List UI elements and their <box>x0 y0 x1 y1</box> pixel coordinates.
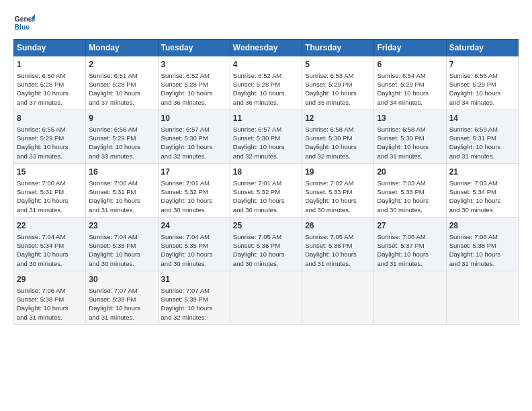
sunset-label: Sunset: 5:30 PM <box>305 134 352 142</box>
sunrise-label: Sunrise: 7:00 AM <box>89 179 137 187</box>
calendar-cell <box>446 271 518 324</box>
calendar-cell: 20 Sunrise: 7:03 AM Sunset: 5:33 PM Dayl… <box>374 163 446 217</box>
sunset-label: Sunset: 5:31 PM <box>449 134 496 142</box>
calendar-cell: 24 Sunrise: 7:04 AM Sunset: 5:35 PM Dayl… <box>158 217 230 271</box>
sunset-label: Sunset: 5:36 PM <box>233 242 280 249</box>
daylight-label: Daylight: 10 hours <box>161 197 213 204</box>
day-number: 1 <box>17 59 83 71</box>
daylight-minutes: and 31 minutes. <box>89 314 134 321</box>
sunset-label: Sunset: 5:28 PM <box>161 81 208 88</box>
daylight-label: Daylight: 10 hours <box>17 250 69 258</box>
calendar-table: SundayMondayTuesdayWednesdayThursdayFrid… <box>13 39 519 325</box>
daylight-minutes: and 34 minutes. <box>377 99 423 106</box>
daylight-minutes: and 30 minutes. <box>17 260 62 267</box>
day-number: 13 <box>377 113 443 124</box>
sunrise-label: Sunrise: 6:55 AM <box>449 72 498 79</box>
calendar-cell: 8 Sunrise: 6:55 AM Sunset: 5:29 PM Dayli… <box>14 109 86 163</box>
sunset-label: Sunset: 5:39 PM <box>89 295 136 303</box>
sunrise-label: Sunrise: 7:04 AM <box>17 233 65 240</box>
daylight-minutes: and 30 minutes. <box>89 260 134 267</box>
daylight-label: Daylight: 10 hours <box>377 250 429 258</box>
calendar-cell: 21 Sunrise: 7:03 AM Sunset: 5:34 PM Dayl… <box>446 163 518 217</box>
calendar-cell: 2 Sunrise: 6:51 AM Sunset: 5:28 PM Dayli… <box>86 56 158 110</box>
sunset-label: Sunset: 5:38 PM <box>449 242 496 249</box>
daylight-label: Daylight: 10 hours <box>161 89 213 97</box>
day-number: 16 <box>89 167 154 178</box>
sunrise-label: Sunrise: 7:04 AM <box>161 233 210 240</box>
sunrise-label: Sunrise: 7:07 AM <box>161 287 210 294</box>
day-number: 25 <box>233 220 299 232</box>
sunrise-label: Sunrise: 7:04 AM <box>89 233 137 240</box>
sunset-label: Sunset: 5:33 PM <box>305 188 352 195</box>
daylight-label: Daylight: 10 hours <box>449 250 501 258</box>
header: General Blue <box>13 12 519 34</box>
calendar-cell: 3 Sunrise: 6:52 AM Sunset: 5:28 PM Dayli… <box>158 56 230 110</box>
daylight-label: Daylight: 10 hours <box>161 250 213 258</box>
sunrise-label: Sunrise: 7:01 AM <box>233 179 281 187</box>
calendar-cell: 26 Sunrise: 7:05 AM Sunset: 5:36 PM Dayl… <box>302 217 374 271</box>
sunrise-label: Sunrise: 6:57 AM <box>233 126 281 133</box>
header-row: SundayMondayTuesdayWednesdayThursdayFrid… <box>14 40 519 56</box>
sunrise-label: Sunrise: 6:50 AM <box>17 72 65 79</box>
daylight-minutes: and 31 minutes. <box>89 206 134 214</box>
daylight-label: Daylight: 10 hours <box>377 89 429 97</box>
daylight-minutes: and 33 minutes. <box>89 152 134 160</box>
day-number: 11 <box>233 113 299 124</box>
day-number: 14 <box>449 113 515 124</box>
daylight-label: Daylight: 10 hours <box>89 89 140 97</box>
sunrise-label: Sunrise: 6:52 AM <box>233 72 281 79</box>
daylight-minutes: and 32 minutes. <box>161 314 207 321</box>
day-number: 12 <box>305 113 371 124</box>
weekday-header: Thursday <box>302 40 374 56</box>
calendar-cell: 23 Sunrise: 7:04 AM Sunset: 5:35 PM Dayl… <box>86 217 158 271</box>
calendar-cell: 11 Sunrise: 6:57 AM Sunset: 5:30 PM Dayl… <box>230 109 302 163</box>
sunrise-label: Sunrise: 7:03 AM <box>449 179 498 187</box>
day-number: 5 <box>305 59 371 71</box>
daylight-minutes: and 31 minutes. <box>449 152 495 160</box>
day-number: 18 <box>233 167 299 178</box>
daylight-minutes: and 31 minutes. <box>377 152 423 160</box>
calendar-cell: 22 Sunrise: 7:04 AM Sunset: 5:34 PM Dayl… <box>14 217 86 271</box>
sunrise-label: Sunrise: 6:52 AM <box>161 72 210 79</box>
sunset-label: Sunset: 5:35 PM <box>89 242 136 249</box>
daylight-minutes: and 30 minutes. <box>161 260 207 267</box>
day-number: 20 <box>377 167 443 178</box>
sunrise-label: Sunrise: 6:51 AM <box>89 72 137 79</box>
sunset-label: Sunset: 5:29 PM <box>89 134 136 142</box>
sunrise-label: Sunrise: 6:59 AM <box>449 126 498 133</box>
calendar-row: 8 Sunrise: 6:55 AM Sunset: 5:29 PM Dayli… <box>14 109 519 163</box>
calendar-cell: 27 Sunrise: 7:06 AM Sunset: 5:37 PM Dayl… <box>374 217 446 271</box>
daylight-label: Daylight: 10 hours <box>233 89 285 97</box>
weekday-header: Saturday <box>446 40 518 56</box>
daylight-label: Daylight: 10 hours <box>89 304 140 312</box>
calendar-cell: 30 Sunrise: 7:07 AM Sunset: 5:39 PM Dayl… <box>86 271 158 324</box>
sunrise-label: Sunrise: 7:05 AM <box>233 233 281 240</box>
calendar-cell: 15 Sunrise: 7:00 AM Sunset: 5:31 PM Dayl… <box>14 163 86 217</box>
sunset-label: Sunset: 5:28 PM <box>17 81 64 88</box>
daylight-label: Daylight: 10 hours <box>233 250 285 258</box>
calendar-cell: 17 Sunrise: 7:01 AM Sunset: 5:32 PM Dayl… <box>158 163 230 217</box>
sunrise-label: Sunrise: 7:06 AM <box>17 287 65 294</box>
day-number: 9 <box>89 113 154 124</box>
sunset-label: Sunset: 5:31 PM <box>89 188 136 195</box>
day-number: 30 <box>89 274 154 285</box>
day-number: 31 <box>161 274 227 285</box>
sunrise-label: Sunrise: 7:02 AM <box>305 179 353 187</box>
sunset-label: Sunset: 5:38 PM <box>17 295 64 303</box>
day-number: 21 <box>449 167 515 178</box>
sunset-label: Sunset: 5:37 PM <box>377 242 424 249</box>
sunset-label: Sunset: 5:34 PM <box>449 188 496 195</box>
sunset-label: Sunset: 5:36 PM <box>305 242 352 249</box>
daylight-label: Daylight: 10 hours <box>89 250 140 258</box>
daylight-minutes: and 35 minutes. <box>305 99 351 106</box>
daylight-minutes: and 30 minutes. <box>233 206 279 214</box>
sunrise-label: Sunrise: 6:56 AM <box>89 126 137 133</box>
day-number: 23 <box>89 220 154 232</box>
sunset-label: Sunset: 5:31 PM <box>17 188 64 195</box>
calendar-cell: 13 Sunrise: 6:58 AM Sunset: 5:30 PM Dayl… <box>374 109 446 163</box>
day-number: 10 <box>161 113 227 124</box>
daylight-minutes: and 31 minutes. <box>305 260 351 267</box>
sunrise-label: Sunrise: 7:00 AM <box>17 179 65 187</box>
day-number: 27 <box>377 220 443 232</box>
daylight-label: Daylight: 10 hours <box>17 89 69 97</box>
